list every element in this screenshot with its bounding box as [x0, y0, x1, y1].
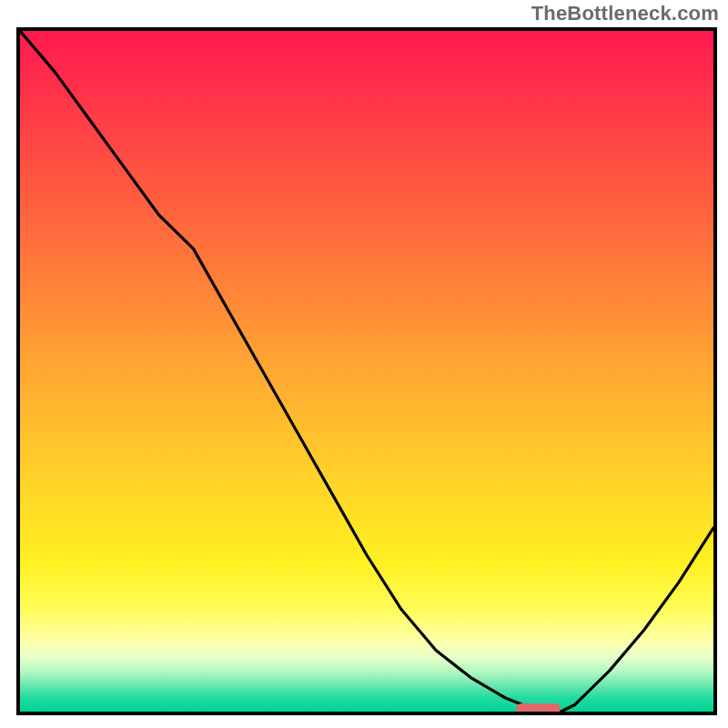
bottleneck-curve [20, 31, 713, 712]
chart-container: TheBottleneck.com [0, 0, 728, 728]
minimum-marker [516, 703, 561, 713]
curve-svg [20, 31, 713, 712]
watermark-label: TheBottleneck.com [531, 2, 719, 25]
plot-area [16, 27, 717, 715]
